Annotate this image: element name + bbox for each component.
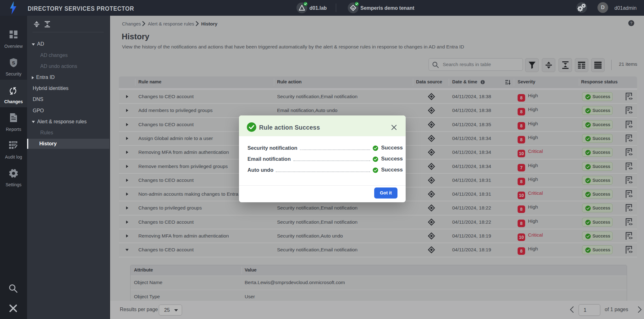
svg-text:S: S — [12, 60, 15, 65]
